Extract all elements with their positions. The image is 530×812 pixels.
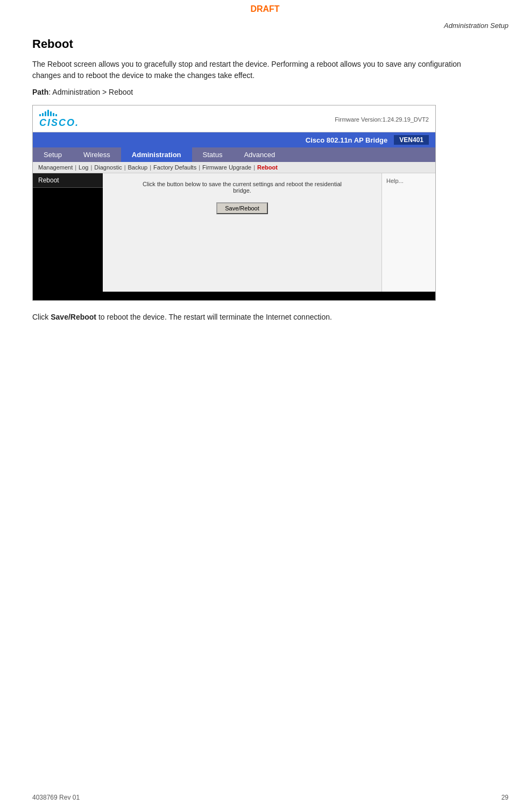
router-bottom-bar: [33, 292, 435, 300]
subnav-sep6: |: [253, 164, 255, 171]
subnav-diagnostic[interactable]: Diagnostic: [94, 164, 122, 171]
page-section-title: Administration Setup: [0, 16, 530, 32]
bottom-text: Click Save/Reboot to reboot the device. …: [32, 312, 474, 323]
subnav-sep4: |: [150, 164, 151, 171]
router-content-description: Click the button below to save the curre…: [135, 181, 350, 194]
bar2: [42, 113, 44, 116]
model-name: Cisco 802.11n AP Bridge: [306, 136, 394, 144]
tab-advanced[interactable]: Advanced: [233, 147, 286, 162]
bar6: [53, 113, 54, 116]
subnav-sep2: |: [90, 164, 92, 171]
router-content: Click the button below to save the curre…: [103, 173, 381, 292]
bar1: [39, 114, 41, 116]
cisco-wordmark: CISCO.: [39, 117, 79, 129]
router-header: CISCO. Firmware Version:1.24.29.19_DVT2: [33, 105, 435, 132]
tab-wireless[interactable]: Wireless: [73, 147, 121, 162]
subnav-log[interactable]: Log: [79, 164, 88, 171]
footer-left: 4038769 Rev 01: [32, 794, 80, 801]
tab-administration[interactable]: Administration: [121, 147, 192, 162]
bar5: [50, 111, 52, 116]
help-label: Help...: [386, 178, 404, 184]
bar4: [47, 110, 49, 116]
subnav-backup[interactable]: Backup: [128, 164, 148, 171]
path-value: Administration > Reboot: [52, 88, 133, 96]
sidebar-item-reboot[interactable]: Reboot: [33, 173, 103, 188]
path-label: Path: [32, 88, 48, 96]
bar7: [55, 114, 57, 116]
bottom-text-bold: Save/Reboot: [51, 313, 96, 321]
save-reboot-button[interactable]: Save/Reboot: [216, 202, 268, 214]
bar3: [45, 111, 46, 116]
nav-tabs: Setup Wireless Administration Status Adv…: [33, 147, 435, 162]
draft-watermark: DRAFT: [0, 0, 530, 16]
tab-status[interactable]: Status: [192, 147, 234, 162]
subnav-reboot[interactable]: Reboot: [257, 164, 278, 171]
subnav-sep5: |: [199, 164, 200, 171]
subnav-sep3: |: [124, 164, 126, 171]
content-area: Reboot The Reboot screen allows you to g…: [0, 32, 530, 344]
subnav-management[interactable]: Management: [38, 164, 73, 171]
bottom-text-suffix: to reboot the device. The restart will t…: [96, 313, 332, 321]
footer-right: 29: [501, 794, 508, 801]
path-line: Path: Administration > Reboot: [32, 88, 508, 96]
subnav-firmware-upgrade[interactable]: Firmware Upgrade: [202, 164, 251, 171]
firmware-version: Firmware Version:1.24.29.19_DVT2: [335, 116, 429, 123]
tab-setup[interactable]: Setup: [33, 147, 73, 162]
bottom-text-prefix: Click: [32, 313, 51, 321]
section-heading: Reboot: [32, 37, 508, 51]
router-sidebar: Reboot: [33, 173, 103, 292]
page-footer: 4038769 Rev 01 29: [32, 794, 508, 801]
router-help-panel: Help...: [381, 173, 435, 292]
cisco-logo: CISCO.: [39, 110, 79, 129]
model-badge: VEN401: [394, 135, 429, 145]
router-main: Reboot Click the button below to save th…: [33, 173, 435, 292]
router-ui-screenshot: CISCO. Firmware Version:1.24.29.19_DVT2 …: [32, 105, 436, 301]
body-text: The Reboot screen allows you to graceful…: [32, 59, 474, 81]
sub-nav: Management | Log | Diagnostic | Backup |…: [33, 162, 435, 173]
model-bar: Cisco 802.11n AP Bridge VEN401: [33, 132, 435, 147]
subnav-sep1: |: [75, 164, 76, 171]
subnav-factory-defaults[interactable]: Factory Defaults: [153, 164, 196, 171]
cisco-bars-icon: [39, 110, 57, 116]
